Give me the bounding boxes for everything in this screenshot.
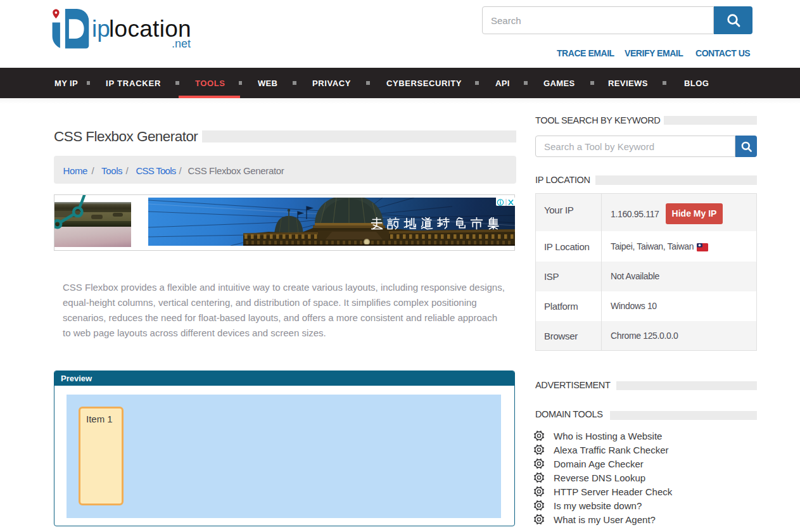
svg-text:.net: .net bbox=[172, 37, 191, 50]
svg-text:ip: ip bbox=[92, 16, 110, 42]
